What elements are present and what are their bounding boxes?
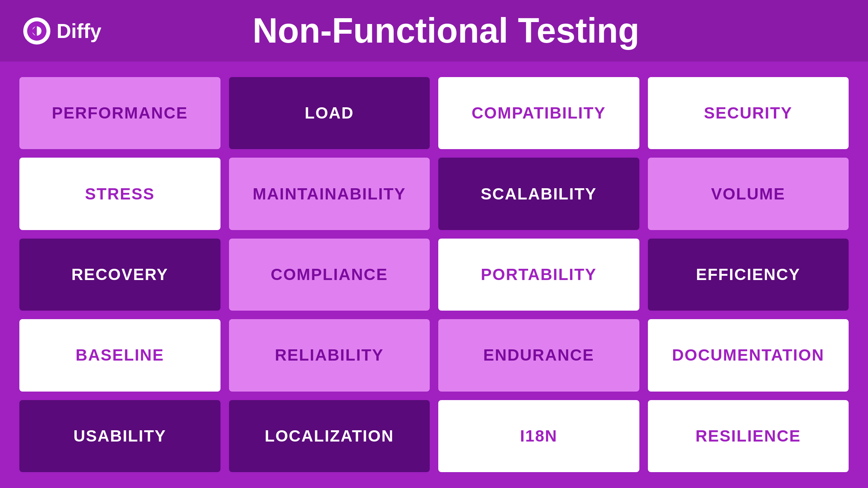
card-security: SECURITY xyxy=(648,77,849,149)
card-baseline: BASELINE xyxy=(19,319,220,391)
card-load: LOAD xyxy=(229,77,430,149)
card-recovery: RECOVERY xyxy=(19,239,220,311)
logo-text: Diffy xyxy=(57,19,102,43)
page-title: Non-Functional Testing xyxy=(117,11,775,51)
card-portability: PORTABILITY xyxy=(438,239,639,311)
card-endurance: ENDURANCE xyxy=(438,319,639,391)
logo-area: Diffy xyxy=(23,17,102,45)
card-documentation: DOCUMENTATION xyxy=(648,319,849,391)
grid-container: PERFORMANCELOADCOMPATIBILITYSECURITYSTRE… xyxy=(0,62,868,488)
card-maintainability: MAINTAINABILITY xyxy=(229,158,430,230)
card-resilience: RESILIENCE xyxy=(648,400,849,472)
card-stress: STRESS xyxy=(19,158,220,230)
card-performance: PERFORMANCE xyxy=(19,77,220,149)
card-compliance: COMPLIANCE xyxy=(229,239,430,311)
card-volume: VOLUME xyxy=(648,158,849,230)
diffy-logo-icon xyxy=(23,17,50,45)
card-compatibility: COMPATIBILITY xyxy=(438,77,639,149)
card-localization: LOCALIZATION xyxy=(229,400,430,472)
card-reliability: RELIABILITY xyxy=(229,319,430,391)
card-usability: USABILITY xyxy=(19,400,220,472)
header: Diffy Non-Functional Testing xyxy=(0,0,868,62)
card-i18n: I18N xyxy=(438,400,639,472)
card-scalability: SCALABILITY xyxy=(438,158,639,230)
card-efficiency: EFFICIENCY xyxy=(648,239,849,311)
